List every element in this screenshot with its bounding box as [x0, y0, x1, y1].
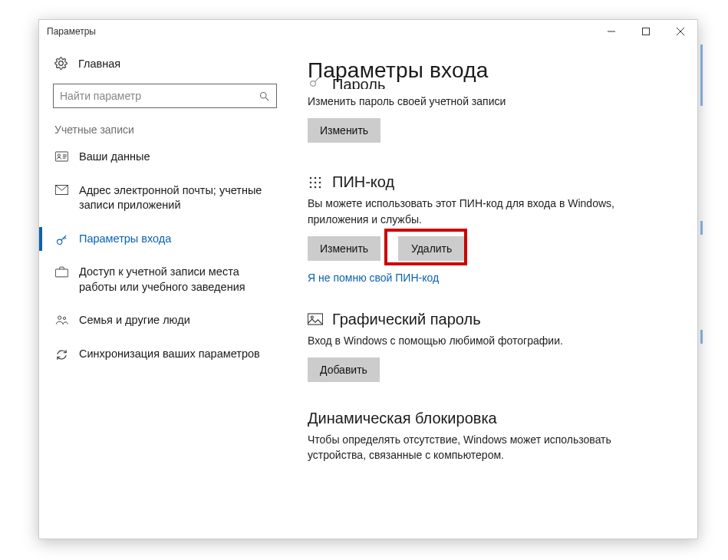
nav-group-title: Учетные записи: [39, 122, 291, 140]
svg-point-10: [310, 176, 312, 179]
svg-point-13: [310, 181, 312, 183]
gear-icon: [54, 57, 68, 70]
key-icon: [308, 77, 323, 89]
svg-rect-6: [55, 269, 68, 277]
close-button[interactable]: [663, 20, 697, 43]
sidebar-item-work-access[interactable]: Доступ к учетной записи места работы или…: [39, 255, 291, 304]
main-content: Параметры входа Пароль Изменить пароль с…: [291, 43, 697, 539]
minimize-button[interactable]: [594, 20, 628, 43]
mail-icon: [54, 185, 68, 195]
keypad-icon: [308, 175, 323, 190]
sidebar: Главная Учетные записи Ваши данные: [39, 43, 291, 539]
people-icon: [54, 315, 68, 325]
password-desc: Изменить пароль своей учетной записи: [308, 94, 645, 109]
sidebar-item-email[interactable]: Адрес электронной почты; учетные записи …: [39, 174, 291, 222]
sidebar-item-label: Ваши данные: [79, 150, 150, 165]
person-card-icon: [54, 151, 68, 162]
sidebar-item-label: Адрес электронной почты; учетные записи …: [79, 183, 275, 213]
titlebar: Параметры: [39, 20, 697, 43]
svg-point-17: [315, 186, 317, 188]
section-pin-header: ПИН-код: [308, 173, 680, 191]
picture-icon: [308, 311, 323, 327]
window-controls: [594, 20, 697, 43]
sidebar-home-label: Главная: [78, 58, 120, 70]
section-password-title: Пароль: [332, 77, 385, 89]
settings-window: Параметры Главная: [38, 19, 698, 539]
section-picture-title: Графический пароль: [332, 311, 481, 328]
search-container: [53, 84, 277, 108]
svg-point-14: [315, 181, 317, 183]
window-title: Параметры: [47, 26, 594, 37]
svg-point-20: [311, 316, 313, 318]
sidebar-item-label: Синхронизация ваших параметров: [79, 347, 260, 362]
pin-remove-button[interactable]: Удалить: [398, 236, 466, 261]
svg-point-12: [319, 176, 321, 179]
svg-point-16: [310, 186, 312, 188]
svg-point-11: [315, 176, 317, 179]
svg-point-3: [58, 154, 60, 156]
sidebar-item-family[interactable]: Семья и другие люди: [39, 304, 291, 338]
picture-add-button[interactable]: Добавить: [308, 357, 380, 382]
pin-change-button[interactable]: Изменить: [308, 236, 380, 261]
sidebar-item-label: Параметры входа: [79, 232, 171, 247]
maximize-button[interactable]: [628, 20, 663, 43]
pin-forgot-link[interactable]: Я не помню свой ПИН-код: [308, 272, 439, 284]
svg-point-7: [58, 316, 61, 319]
search-icon: [259, 91, 270, 102]
section-dynamic-title: Динамическая блокировка: [308, 410, 680, 427]
section-password-header: Пароль: [308, 77, 680, 89]
pin-desc: Вы можете использовать этот ПИН-код для …: [308, 196, 645, 227]
dynamic-desc: Чтобы определять отсутствие, Windows мож…: [308, 432, 645, 463]
key-icon: [54, 233, 68, 246]
picture-desc: Вход в Windows с помощью любимой фотогра…: [308, 333, 645, 348]
sidebar-item-sync[interactable]: Синхронизация ваших параметров: [39, 338, 291, 371]
section-picture-header: Графический пароль: [308, 311, 680, 328]
sidebar-item-sign-in-options[interactable]: Параметры входа: [39, 222, 291, 256]
search-input[interactable]: [60, 90, 259, 102]
svg-point-8: [63, 318, 65, 320]
sidebar-item-your-info[interactable]: Ваши данные: [39, 140, 291, 174]
sync-icon: [54, 348, 68, 361]
sidebar-item-label: Семья и другие люди: [79, 313, 190, 328]
svg-point-15: [319, 181, 321, 183]
briefcase-icon: [54, 266, 68, 278]
password-change-button[interactable]: Изменить: [308, 118, 380, 143]
sidebar-item-label: Доступ к учетной записи места работы или…: [79, 265, 275, 295]
svg-point-1: [261, 92, 267, 98]
section-pin-title: ПИН-код: [332, 173, 394, 191]
svg-point-18: [319, 186, 321, 188]
sidebar-home[interactable]: Главная: [39, 51, 291, 76]
svg-rect-0: [642, 28, 649, 35]
